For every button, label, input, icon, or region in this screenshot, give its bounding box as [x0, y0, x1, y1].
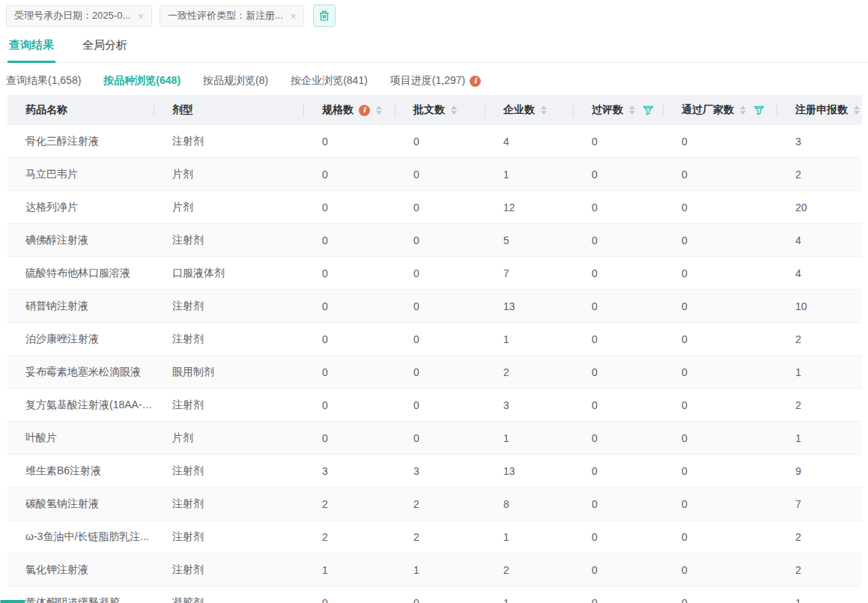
cell-dosage-form: 注射剂: [154, 125, 304, 157]
column-header-company-count[interactable]: 企业数: [485, 95, 574, 125]
table-row[interactable]: 黄体酮阴道缓释凝胶 凝胶剂 0 0 1 0 0 1: [7, 587, 862, 603]
column-header-passed-count[interactable]: 过评数: [574, 95, 664, 125]
filter-chip-evaluation-type[interactable]: 一致性评价类型：新注册... ×: [160, 5, 304, 27]
cell-passed-manufacturer-count: 0: [664, 488, 777, 520]
cell-drug-name: 叶酸片: [7, 422, 154, 454]
cell-passed-manufacturer-count: 0: [664, 257, 777, 289]
cell-passed-count: 0: [574, 488, 664, 520]
cell-drug-name: 黄体酮阴道缓释凝胶: [7, 587, 154, 603]
drug-variety-table: 药品名称 剂型 规格数 i 批文数 企业数 过评数: [7, 95, 862, 603]
cell-approval-count: 0: [395, 323, 485, 355]
subtab-query-results[interactable]: 查询结果(1,658): [6, 74, 81, 88]
info-icon[interactable]: i: [359, 105, 370, 116]
cell-company-count: 8: [485, 488, 574, 520]
subtab-by-spec[interactable]: 按品规浏览(8): [203, 74, 268, 88]
filter-funnel-icon[interactable]: [643, 105, 654, 116]
sort-icon[interactable]: [376, 106, 382, 115]
table-row[interactable]: 泊沙康唑注射液 注射剂 0 0 1 0 0 2: [7, 323, 862, 356]
cell-passed-count: 0: [574, 191, 664, 223]
table-row[interactable]: 碳酸氢钠注射液 注射剂 2 2 8 0 0 7: [7, 488, 862, 521]
sort-icon[interactable]: [854, 106, 860, 115]
cell-drug-name: 达格列净片: [7, 191, 154, 223]
column-header-passed-manufacturer-count[interactable]: 通过厂家数: [664, 95, 777, 125]
cell-passed-manufacturer-count: 0: [664, 224, 777, 256]
cell-spec-count: 1: [304, 554, 395, 586]
cell-registration-count: 1: [777, 356, 862, 388]
cell-spec-count: 0: [304, 125, 395, 157]
cell-spec-count: 0: [304, 356, 395, 388]
cell-registration-count: 2: [777, 158, 862, 190]
filter-chip-label: 受理号承办日期：2025-0...: [14, 9, 130, 22]
cell-passed-count: 0: [574, 521, 664, 553]
subtab-by-variety[interactable]: 按品种浏览(648): [103, 74, 180, 88]
cell-drug-name: 马立巴韦片: [7, 158, 154, 190]
cell-registration-count: 1: [777, 587, 862, 603]
sort-icon[interactable]: [451, 106, 457, 115]
close-icon[interactable]: ×: [291, 11, 297, 21]
clear-filters-button[interactable]: [313, 4, 336, 27]
cell-company-count: 4: [485, 125, 574, 157]
cell-spec-count: 3: [304, 455, 395, 487]
cell-passed-count: 0: [574, 224, 664, 256]
table-body: 骨化三醇注射液 注射剂 0 0 4 0 0 3 马立巴韦片 片剂 0 0 1 0…: [7, 125, 862, 603]
table-row[interactable]: 叶酸片 片剂 0 0 1 0 0 1: [7, 422, 862, 455]
table-row[interactable]: ω-3鱼油中/长链脂肪乳注... 注射剂 2 2 1 0 0 2: [7, 521, 862, 554]
table-row[interactable]: 硝普钠注射液 注射剂 0 0 13 0 0 10: [7, 290, 862, 323]
table-row[interactable]: 氯化钾注射液 注射剂 1 1 2 0 0 2: [7, 554, 862, 587]
column-header-registration-count[interactable]: 注册申报数: [777, 95, 862, 125]
cell-approval-count: 0: [395, 587, 485, 603]
column-header-spec-count[interactable]: 规格数 i: [304, 95, 395, 125]
column-header-drug-name: 药品名称: [7, 95, 154, 125]
cell-passed-manufacturer-count: 0: [664, 290, 777, 322]
sort-icon[interactable]: [541, 106, 547, 115]
filter-chip-label: 一致性评价类型：新注册...: [168, 9, 283, 22]
tab-global-analysis[interactable]: 全局分析: [81, 36, 129, 63]
cell-passed-manufacturer-count: 0: [664, 554, 777, 586]
cell-drug-name: 复方氨基酸注射液(18AA-IX): [7, 389, 154, 421]
subtab-by-company[interactable]: 按企业浏览(841): [291, 74, 368, 88]
cell-approval-count: 0: [395, 290, 485, 322]
filter-funnel-icon[interactable]: [753, 105, 765, 116]
cell-passed-count: 0: [574, 554, 664, 586]
table-row[interactable]: 骨化三醇注射液 注射剂 0 0 4 0 0 3: [7, 125, 862, 158]
cell-dosage-form: 注射剂: [154, 224, 304, 256]
cell-passed-manufacturer-count: 0: [664, 323, 777, 355]
cell-passed-manufacturer-count: 0: [664, 422, 777, 454]
cell-dosage-form: 口服液体剂: [154, 257, 304, 289]
filter-chip-accept-date[interactable]: 受理号承办日期：2025-0... ×: [6, 5, 152, 27]
tab-query-results[interactable]: 查询结果: [7, 36, 55, 63]
cell-drug-name: 碘佛醇注射液: [7, 224, 154, 256]
filters-bar: 受理号承办日期：2025-0... × 一致性评价类型：新注册... ×: [0, 0, 868, 27]
cell-spec-count: 2: [304, 521, 395, 553]
cell-dosage-form: 注射剂: [154, 521, 304, 553]
table-row[interactable]: 妥布霉素地塞米松滴眼液 眼用制剂 0 0 2 0 0 1: [7, 356, 862, 389]
cell-passed-count: 0: [574, 257, 664, 289]
cell-passed-manufacturer-count: 0: [664, 521, 777, 553]
cell-spec-count: 0: [304, 224, 395, 256]
cell-dosage-form: 注射剂: [154, 389, 304, 421]
cell-approval-count: 0: [395, 125, 485, 157]
cell-company-count: 3: [485, 389, 574, 421]
cell-passed-count: 0: [574, 587, 664, 603]
cell-registration-count: 2: [777, 323, 862, 355]
table-row[interactable]: 碘佛醇注射液 注射剂 0 0 5 0 0 4: [7, 224, 862, 257]
cell-dosage-form: 注射剂: [154, 323, 304, 355]
subtab-project-progress[interactable]: 项目进度(1,297) i: [390, 74, 481, 88]
cell-company-count: 7: [485, 257, 574, 289]
cell-spec-count: 0: [304, 389, 395, 421]
cell-approval-count: 0: [395, 422, 485, 454]
column-header-approval-count[interactable]: 批文数: [395, 95, 485, 125]
table-row[interactable]: 达格列净片 片剂 0 0 12 0 0 20: [7, 191, 862, 224]
table-row[interactable]: 硫酸特布他林口服溶液 口服液体剂 0 0 7 0 0 4: [7, 257, 862, 290]
cell-approval-count: 0: [395, 191, 485, 223]
sort-icon[interactable]: [740, 106, 746, 115]
cell-spec-count: 0: [304, 587, 395, 603]
info-icon[interactable]: i: [470, 76, 481, 87]
horizontal-scrollbar-thumb[interactable]: [0, 600, 25, 603]
table-row[interactable]: 复方氨基酸注射液(18AA-IX) 注射剂 0 0 3 0 0 2: [7, 389, 862, 422]
table-row[interactable]: 维生素B6注射液 注射剂 3 3 13 0 0 9: [7, 455, 862, 488]
cell-approval-count: 0: [395, 389, 485, 421]
sort-icon[interactable]: [629, 106, 635, 115]
close-icon[interactable]: ×: [138, 11, 144, 21]
table-row[interactable]: 马立巴韦片 片剂 0 0 1 0 0 2: [7, 158, 862, 191]
